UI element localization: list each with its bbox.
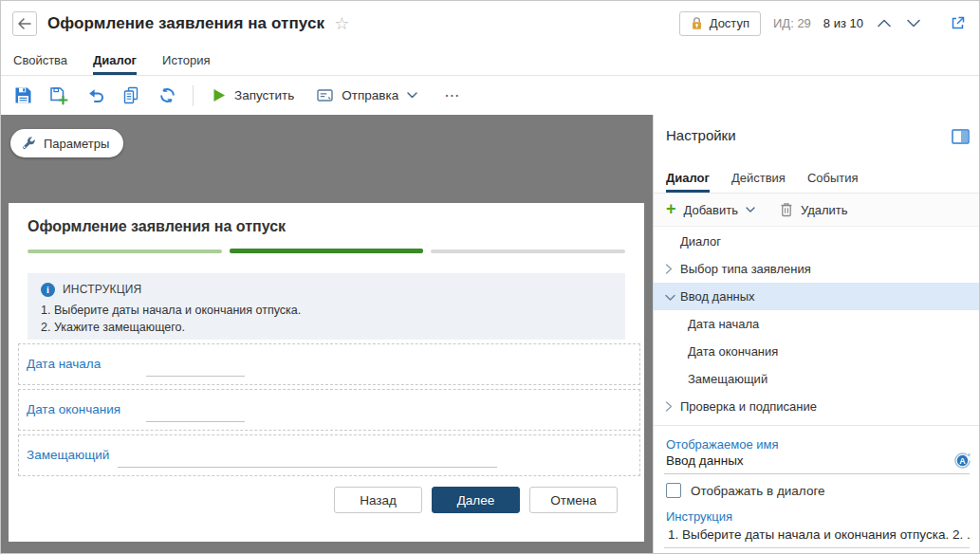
divider	[654, 425, 979, 426]
undo-button[interactable]	[77, 82, 113, 110]
dialog-preview-card: Оформление заявления на отпуск i ИНСТРУК…	[9, 203, 644, 542]
panel-toggle-button[interactable]	[952, 129, 970, 144]
save-as-icon	[49, 86, 68, 105]
instruction-line: 1. Выберите даты начала и окончания отпу…	[41, 303, 612, 320]
checkbox-unchecked[interactable]	[666, 483, 681, 498]
save-as-button[interactable]	[41, 82, 77, 110]
tree-item-label: Проверка и подписание	[680, 399, 817, 414]
copy-button[interactable]	[113, 82, 149, 110]
tree-item-start-date[interactable]: Дата начала	[654, 310, 979, 338]
tab-dialog[interactable]: Диалог	[93, 46, 137, 75]
translate-icon: A	[952, 451, 972, 471]
step-progress-bar	[28, 249, 625, 253]
chevron-up-icon	[878, 19, 891, 28]
tree-item-review-signing[interactable]: Проверка и подписание	[654, 393, 979, 420]
send-button-label: Отправка	[342, 88, 398, 102]
field-label: Дата начала	[27, 357, 101, 371]
progress-step-upcoming	[431, 249, 625, 253]
dialog-structure-tree: Диалог Выбор типа заявления Ввод данных …	[654, 228, 979, 420]
save-icon	[14, 86, 32, 104]
display-name-input[interactable]	[666, 453, 932, 468]
show-in-dialog-row[interactable]: Отображать в диалоге	[666, 483, 825, 498]
more-options-button[interactable]: ⋯	[444, 86, 461, 104]
svg-text:A: A	[959, 456, 966, 466]
tab-history[interactable]: История	[162, 46, 210, 75]
back-arrow-icon	[18, 18, 31, 29]
input-underline	[664, 547, 970, 548]
add-button-label: Добавить	[684, 203, 738, 217]
trash-icon	[780, 202, 793, 217]
tree-item-label: Ввод данных	[680, 289, 755, 304]
tree-item-label: Дата начала	[688, 317, 759, 331]
delete-button-label: Удалить	[801, 203, 848, 217]
back-step-button[interactable]: Назад	[334, 487, 422, 513]
run-button-label: Запустить	[234, 88, 294, 102]
next-step-button[interactable]: Далее	[432, 487, 520, 513]
parameters-button-label: Параметры	[44, 137, 109, 151]
open-in-new-window-button[interactable]	[948, 13, 968, 33]
undo-icon	[86, 87, 104, 103]
tree-item-substitute[interactable]: Замещающий	[654, 365, 979, 393]
dialog-title: Оформление заявления на отпуск	[28, 218, 625, 235]
previous-record-button[interactable]	[876, 17, 893, 29]
tree-item-data-entry[interactable]: Ввод данных	[654, 283, 979, 310]
refresh-icon	[158, 86, 176, 104]
refresh-button[interactable]	[149, 82, 185, 110]
checkbox-label: Отображать в диалоге	[691, 484, 825, 498]
access-button-label: Доступ	[710, 16, 749, 30]
field-input-underline	[146, 421, 245, 422]
chevron-down-icon[interactable]	[665, 294, 675, 302]
next-record-button[interactable]	[905, 17, 922, 29]
tree-item-end-date[interactable]: Дата окончания	[654, 338, 979, 365]
progress-step-done	[28, 249, 222, 253]
parameters-button[interactable]: Параметры	[10, 129, 123, 157]
field-label: Дата окончания	[27, 402, 120, 416]
field-input-underline	[146, 376, 245, 377]
localization-button[interactable]: A	[952, 451, 972, 471]
chevron-right-icon[interactable]	[665, 401, 673, 412]
copy-icon	[122, 86, 139, 104]
save-button[interactable]	[5, 82, 41, 110]
favorite-star-icon[interactable]: ☆	[334, 15, 349, 32]
toolbar-separator	[193, 85, 194, 106]
settings-tabs: Диалог Действия События	[666, 162, 880, 193]
settings-tab-dialog[interactable]: Диалог	[666, 162, 710, 193]
tab-properties[interactable]: Свойства	[13, 46, 67, 75]
instruction-title: ИНСТРУКЦИЯ	[63, 283, 141, 296]
app-window: Оформление заявления на отпуск ☆ Доступ …	[0, 0, 980, 554]
run-button[interactable]: Запустить	[201, 82, 305, 110]
delete-button[interactable]: Удалить	[780, 202, 848, 217]
external-link-icon	[950, 15, 966, 31]
field-substitute[interactable]: Замещающий	[18, 434, 640, 476]
field-start-date[interactable]: Дата начала	[18, 343, 640, 385]
chevron-right-icon[interactable]	[665, 264, 673, 274]
designer-canvas: Параметры Оформление заявления на отпуск…	[1, 115, 653, 553]
instruction-field-value[interactable]: 1. Выберите даты начала и окончания отпу…	[668, 527, 971, 542]
lock-icon	[691, 16, 703, 31]
settings-panel: Настройки Диалог Действия События + Доба…	[653, 115, 979, 553]
instruction-box[interactable]: i ИНСТРУКЦИЯ 1. Выберите даты начала и о…	[28, 273, 625, 340]
add-button[interactable]: + Добавить	[666, 202, 755, 217]
instruction-field-label: Инструкция	[666, 509, 732, 524]
settings-tab-actions[interactable]: Действия	[731, 162, 786, 193]
plus-icon: +	[666, 200, 676, 217]
settings-tab-events[interactable]: События	[807, 162, 859, 193]
field-input-underline	[118, 467, 497, 468]
instruction-header: i ИНСТРУКЦИЯ	[41, 282, 612, 297]
instruction-lines: 1. Выберите даты начала и окончания отпу…	[41, 303, 612, 336]
tree-item-dialog[interactable]: Диалог	[654, 228, 979, 255]
send-button[interactable]: Отправка	[305, 82, 429, 110]
record-id: ИД: 29	[773, 16, 811, 30]
back-button[interactable]	[12, 11, 37, 36]
field-end-date[interactable]: Дата окончания	[18, 389, 640, 431]
tree-toolbar: + Добавить Удалить	[654, 194, 979, 227]
tree-item-request-type[interactable]: Выбор типа заявления	[654, 255, 979, 283]
access-button[interactable]: Доступ	[679, 11, 761, 36]
split-panel-icon	[952, 129, 970, 144]
chevron-down-icon	[746, 207, 755, 213]
chevron-down-icon	[407, 92, 417, 99]
tree-item-label: Дата окончания	[688, 344, 778, 359]
cancel-button[interactable]: Отмена	[529, 487, 618, 513]
info-icon: i	[41, 283, 55, 297]
progress-step-active	[230, 249, 424, 253]
